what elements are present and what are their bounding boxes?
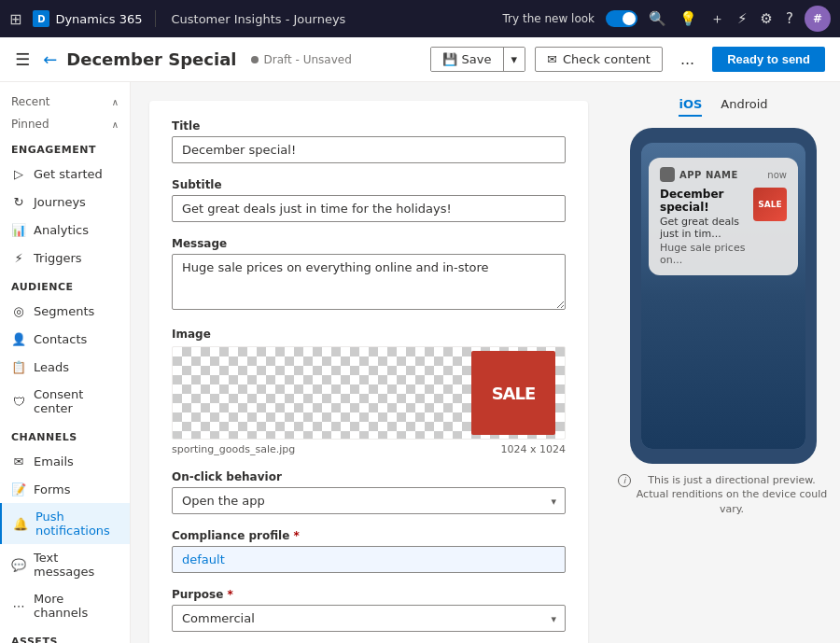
ready-to-send-button[interactable]: Ready to send [712,47,825,72]
sidebar-item-triggers[interactable]: ⚡ Triggers [0,244,130,272]
preview-panel: iOS Android APP NAME now December [607,82,840,643]
notif-app-icon [660,167,675,182]
notif-image: SALE [753,188,787,221]
image-filename: sporting_goods_sale.jpg [172,443,295,455]
filter-icon[interactable]: ⚡ [737,10,748,27]
notif-body: December special! Get great deals just i… [660,188,787,266]
check-content-button[interactable]: ✉ Check content [535,47,663,72]
image-info: sporting_goods_sale.jpg 1024 x 1024 [172,443,566,455]
image-label: Image [172,328,566,341]
preview-note-text: This is just a directional preview. Actu… [635,473,829,516]
title-input[interactable] [172,136,566,163]
tab-ios[interactable]: iOS [679,97,702,117]
save-label: Save [462,52,492,66]
phone-screen: APP NAME now December special! Get great… [641,143,805,449]
notif-time: now [767,170,787,180]
sidebar-item-emails[interactable]: ✉ Emails [0,447,130,475]
sidebar-item-label: Journeys [34,195,86,209]
message-input[interactable]: Huge sale prices on everything online an… [172,254,566,310]
onclick-select-wrapper: Open the app Open a URL Do nothing ▾ [172,487,566,514]
settings-icon[interactable]: ⚙ [761,10,773,27]
sidebar-item-text-messages[interactable]: 💬 Text messages [0,544,130,585]
recent-chevron: ∧ [112,97,119,107]
image-upload-area[interactable]: SALE [172,346,566,440]
sidebar-item-analytics[interactable]: 📊 Analytics [0,216,130,244]
form-card: Title Subtitle Message Huge sale prices … [149,101,588,643]
purpose-field-group: Purpose * Commercial Transactional ▾ [172,588,566,632]
journeys-icon: ↻ [11,194,26,209]
sidebar-item-label: Get started [34,167,103,181]
pinned-section[interactable]: Pinned ∧ [0,112,130,134]
avatar[interactable]: # [805,6,831,32]
save-main[interactable]: 💾 Save [431,48,503,71]
forms-icon: 📝 [11,482,26,496]
purpose-required-star: * [228,588,233,601]
sidebar-item-get-started[interactable]: ▷ Get started [0,160,130,188]
more-button[interactable]: ... [672,45,703,74]
text-icon: 💬 [11,557,26,572]
sale-image-text: SALE [471,351,555,435]
analytics-icon: 📊 [11,222,26,237]
sidebar-item-label: Leads [34,360,69,374]
recent-section[interactable]: Recent ∧ [0,90,130,112]
title-field-group: Title [172,119,566,163]
sidebar-item-label: Triggers [34,251,82,265]
search-icon[interactable]: 🔍 [649,10,666,27]
notif-text: December special! Get great deals just i… [660,188,746,266]
brand: D Dynamics 365 [33,10,156,27]
pinned-label: Pinned [11,118,49,131]
push-icon: 🔔 [13,516,28,531]
sidebar-item-label: More channels [34,592,119,620]
subtitle-input[interactable] [172,195,566,222]
app-name: Customer Insights - Journeys [167,12,345,26]
sidebar-item-segments[interactable]: ◎ Segments [0,297,130,325]
sidebar-item-forms[interactable]: 📝 Forms [0,475,130,503]
phone-mockup: APP NAME now December special! Get great… [630,128,817,464]
notification-card: APP NAME now December special! Get great… [649,158,798,275]
purpose-label: Purpose * [172,588,566,601]
sidebar-item-contacts[interactable]: 👤 Contacts [0,325,130,353]
save-button[interactable]: 💾 Save ▾ [430,47,525,72]
sidebar-item-push-notifications[interactable]: 🔔 Push notifications [0,503,130,544]
subtitle-field-group: Subtitle [172,178,566,222]
sidebar-item-consent-center[interactable]: 🛡 Consent center [0,381,130,422]
notif-app-name: APP NAME [679,170,767,180]
compliance-input[interactable] [172,546,566,573]
message-field-group: Message Huge sale prices on everything o… [172,237,566,313]
notif-header: APP NAME now [660,167,787,182]
hamburger-icon[interactable]: ☰ [15,49,30,69]
sidebar-item-label: Forms [34,482,71,496]
add-icon[interactable]: ＋ [710,10,724,28]
try-new-toggle[interactable] [606,10,637,27]
leads-icon: 📋 [11,359,26,374]
save-icon: 💾 [442,52,457,66]
channels-group-label: Channels [0,422,130,447]
title-label: Title [172,119,566,133]
back-button[interactable]: ← [43,49,57,69]
main-layout: Recent ∧ Pinned ∧ Engagement ▷ Get start… [0,82,840,643]
help-icon[interactable]: ? [786,10,793,27]
compliance-label: Compliance profile * [172,529,566,542]
image-dimensions: 1024 x 1024 [501,443,567,455]
notif-subtitle: Get great deals just in tim... [660,216,746,240]
save-dropdown-arrow[interactable]: ▾ [503,48,525,71]
tab-android[interactable]: Android [721,97,767,117]
sidebar-item-more-channels[interactable]: ⋯ More channels [0,585,130,626]
grid-icon[interactable]: ⊞ [9,10,21,28]
sidebar-item-leads[interactable]: 📋 Leads [0,353,130,381]
sale-image: SALE [471,351,555,435]
assets-group-label: Assets [0,626,130,643]
audience-group-label: Audience [0,272,130,297]
compliance-field-group: Compliance profile * [172,529,566,573]
lightbulb-icon[interactable]: 💡 [679,10,697,27]
page-title: December Special [66,49,236,69]
form-panel: Title Subtitle Message Huge sale prices … [131,82,607,643]
preview-note: i This is just a directional preview. Ac… [618,473,829,516]
image-field-group: Image SALE sporting_goods_sale.jpg 1024 … [172,328,566,455]
top-icons: 🔍 💡 ＋ ⚡ ⚙ ? [649,10,793,28]
preview-tabs: iOS Android [679,97,767,117]
purpose-select[interactable]: Commercial Transactional [172,605,566,632]
sidebar-item-journeys[interactable]: ↻ Journeys [0,188,130,216]
compliance-required-star: * [294,529,300,542]
onclick-select[interactable]: Open the app Open a URL Do nothing [172,487,566,514]
